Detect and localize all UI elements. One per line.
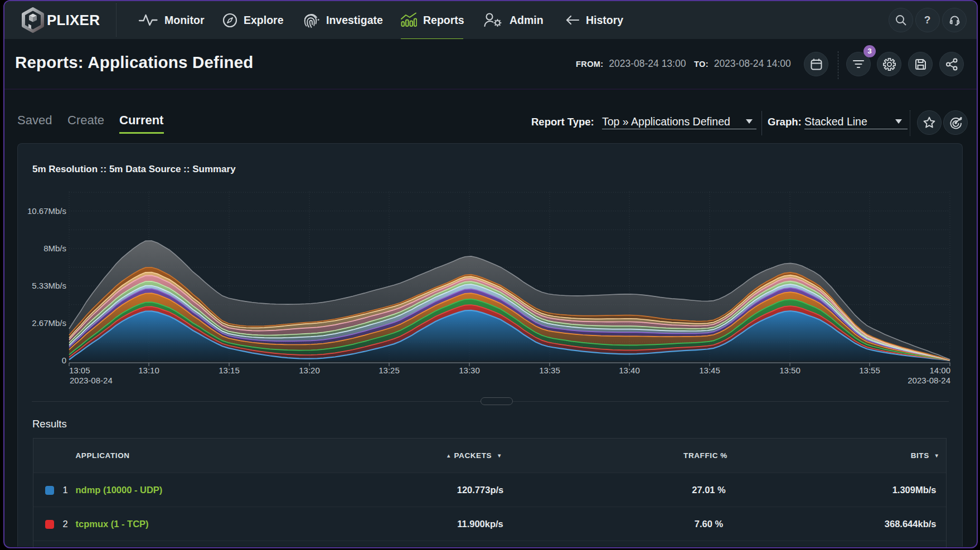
svg-text:13:50: 13:50	[779, 366, 801, 375]
svg-text:13:20: 13:20	[299, 366, 320, 375]
svg-text:13:35: 13:35	[539, 366, 560, 375]
svg-text:13:10: 13:10	[138, 366, 159, 375]
svg-text:13:15: 13:15	[219, 366, 240, 375]
svg-text:13:55: 13:55	[859, 366, 880, 375]
svg-text:13:25: 13:25	[379, 366, 400, 375]
svg-text:13:45: 13:45	[699, 366, 720, 375]
svg-text:5.33Mb/s: 5.33Mb/s	[32, 281, 66, 290]
svg-text:13:05: 13:05	[69, 366, 90, 375]
svg-text:8Mb/s: 8Mb/s	[43, 244, 66, 253]
svg-text:14:00: 14:00	[929, 366, 950, 375]
svg-text:13:40: 13:40	[619, 366, 640, 375]
svg-text:2.67Mb/s: 2.67Mb/s	[32, 318, 66, 328]
svg-text:2023-08-24: 2023-08-24	[70, 376, 113, 385]
svg-text:13:30: 13:30	[459, 366, 480, 375]
svg-text:10.67Mb/s: 10.67Mb/s	[27, 206, 66, 216]
svg-text:0: 0	[62, 356, 66, 365]
svg-text:2023-08-24: 2023-08-24	[908, 376, 950, 385]
